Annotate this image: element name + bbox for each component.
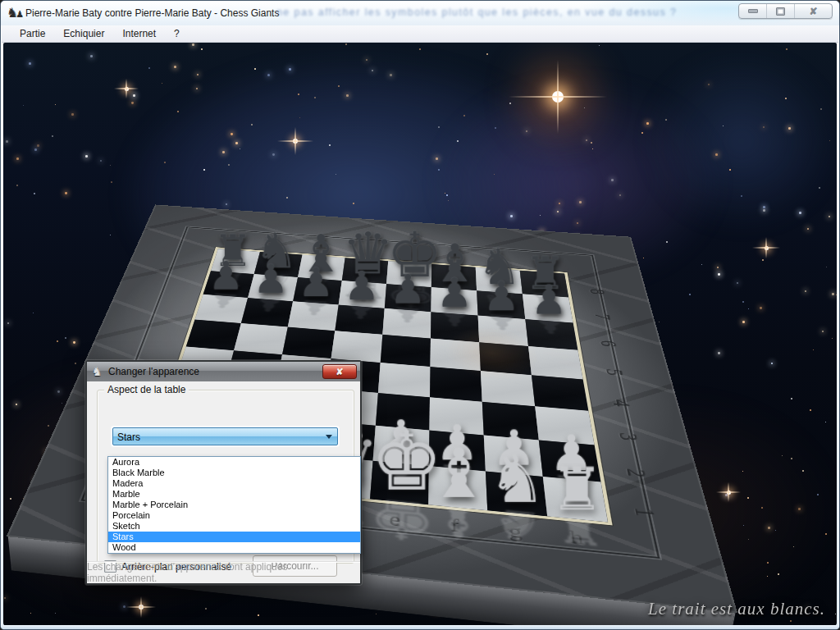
piece-black-pawn-c7[interactable]: ♟♟	[293, 277, 342, 305]
pawn-glyph: ♟	[431, 275, 477, 312]
piece-white-bishop-f1[interactable]: ♝♝	[428, 465, 487, 509]
board-square-c6[interactable]	[288, 301, 339, 331]
piece-black-pawn-h7[interactable]: ♟♟	[523, 294, 573, 322]
maximize-button[interactable]	[766, 4, 794, 18]
close-icon: ✘	[336, 368, 343, 377]
piece-white-king-e1[interactable]: ♚♚	[370, 460, 429, 504]
list-item-sketch[interactable]: Sketch	[108, 521, 360, 532]
menubar: Partie Echiquier Internet ?	[2, 25, 838, 43]
menu-internet[interactable]: Internet	[114, 26, 164, 41]
pawn-glyph: ♟	[385, 272, 431, 308]
dialog-titlebar[interactable]: ♞ Changer l'apparence ✘	[87, 362, 360, 382]
list-item-marble[interactable]: Marble	[108, 489, 360, 500]
dialog-status-text: Les changements d'apparence sont appliqu…	[87, 561, 360, 584]
menu-echiquier[interactable]: Echiquier	[55, 26, 112, 41]
combobox-value: Stars	[117, 431, 140, 443]
menu-partie[interactable]: Partie	[11, 26, 53, 41]
knight-icon: ♞	[92, 364, 103, 379]
window-controls: ✘	[738, 3, 833, 19]
board-square-h6[interactable]	[525, 319, 578, 350]
board-square-b6[interactable]	[241, 298, 293, 327]
list-item-porcelain[interactable]: Porcelain	[108, 510, 360, 521]
table-aspect-combobox[interactable]: Stars	[112, 427, 338, 445]
groupbox-label: Aspect de la table	[104, 384, 189, 395]
list-item-marble-porcelain[interactable]: Marble + Porcelain	[108, 500, 360, 510]
piece-black-pawn-a7[interactable]: ♟♟	[203, 271, 254, 298]
board-square-g4[interactable]	[481, 371, 535, 406]
bishop-glyph: ♝	[429, 442, 487, 504]
board-square-a5[interactable]	[186, 319, 241, 350]
piece-black-pawn-g7[interactable]: ♟♟	[477, 290, 525, 319]
close-icon: ✘	[809, 7, 817, 16]
pawn-glyph: ♟	[293, 265, 339, 301]
piece-black-pawn-b7[interactable]: ♟♟	[248, 274, 298, 301]
list-item-wood[interactable]: Wood	[108, 542, 360, 553]
pawn-glyph: ♟	[203, 258, 249, 294]
titlebar[interactable]: ♞♟ Pierre-Marie Baty contre Pierre-Marie…	[1, 1, 839, 25]
dialog-body: Aspect de la table Stars Aurora Black Ma…	[87, 381, 360, 583]
menu-help[interactable]: ?	[166, 26, 188, 41]
piece-black-pawn-d7[interactable]: ♟♟	[339, 281, 386, 308]
board-square-f6[interactable]	[431, 312, 479, 342]
window-bottom-frame	[1, 625, 839, 629]
pawn-glyph: ♟	[478, 278, 525, 315]
piece-white-knight-g1[interactable]: ♞♞	[486, 471, 547, 516]
minimize-icon	[748, 9, 758, 13]
dialog-title: Changer l'apparence	[108, 366, 199, 377]
maximize-icon	[776, 7, 785, 16]
list-item-black-marble[interactable]: Black Marble	[108, 468, 360, 478]
list-item-aurora[interactable]: Aurora	[108, 457, 360, 468]
pawn-glyph: ♟	[248, 262, 293, 298]
app-window: ♞♟ Pierre-Marie Baty contre Pierre-Marie…	[0, 0, 840, 630]
pawn-glyph: ♟	[339, 268, 385, 305]
piece-white-rook-h1[interactable]: ♜♜	[543, 476, 608, 522]
aspect-dropdown-list: Aurora Black Marble Madera Marble Marble…	[107, 456, 361, 554]
rook-glyph: ♜	[548, 462, 607, 516]
close-button[interactable]: ✘	[794, 4, 832, 18]
board-square-c5[interactable]	[282, 326, 335, 358]
appearance-dialog[interactable]: ♞ Changer l'apparence ✘ Aspect de la tab…	[85, 360, 362, 585]
minimize-button[interactable]	[739, 4, 766, 18]
board-square-g6[interactable]	[478, 315, 528, 345]
dialog-status-bar: Les changements d'apparence sont appliqu…	[87, 561, 360, 583]
ghost-dialog-text: ne pas afficher les symboles plutôt que …	[276, 7, 769, 18]
app-icon: ♞♟	[7, 5, 23, 21]
dialog-close-button[interactable]: ✘	[322, 364, 357, 379]
king-glyph: ♚	[370, 424, 428, 499]
piece-black-pawn-f7[interactable]: ♟♟	[431, 287, 477, 315]
list-item-stars-selected[interactable]: Stars	[108, 532, 360, 542]
turn-status-text: Le trait est aux blancs.	[648, 599, 825, 619]
piece-black-pawn-e7[interactable]: ♟♟	[385, 284, 431, 312]
window-title: Pierre-Marie Baty contre Pierre-Marie Ba…	[25, 7, 279, 19]
chevron-down-icon	[326, 435, 332, 439]
knight-glyph: ♞	[488, 451, 546, 510]
list-item-madera[interactable]: Madera	[108, 478, 360, 489]
board-square-d6[interactable]	[335, 304, 384, 334]
